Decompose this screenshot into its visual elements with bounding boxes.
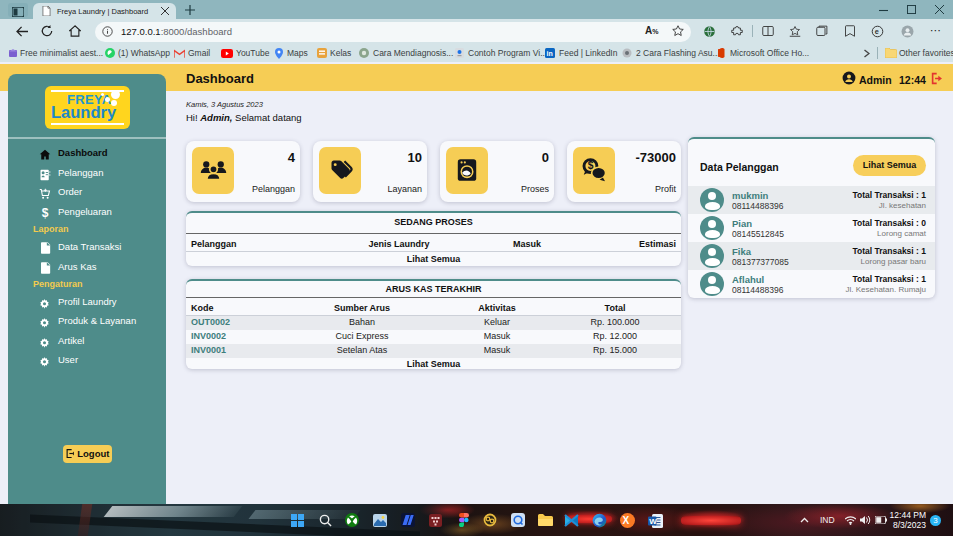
svg-text:$: $ bbox=[42, 207, 49, 220]
svg-text:X: X bbox=[623, 515, 630, 526]
svg-text:in: in bbox=[547, 50, 553, 57]
svg-text:W: W bbox=[649, 517, 657, 526]
svg-text:e: e bbox=[875, 27, 879, 36]
